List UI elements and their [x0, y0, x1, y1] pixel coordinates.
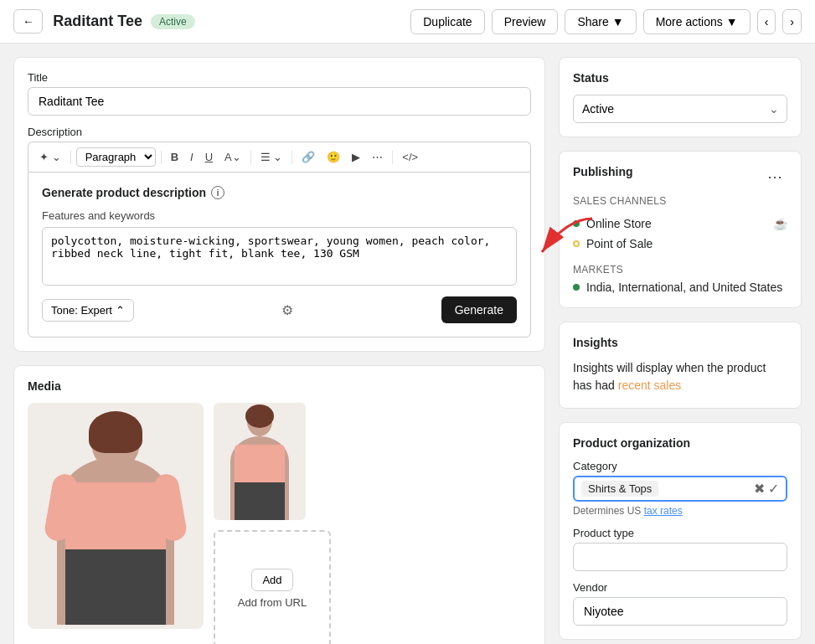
emoji-button[interactable]: 🙂 [322, 148, 344, 166]
insights-text: Insights will display when the product h… [573, 359, 787, 394]
product-organization-card: Product organization Category Shirts & T… [559, 422, 802, 640]
main-product-image [28, 403, 204, 629]
share-button[interactable]: Share ▼ [565, 9, 636, 34]
category-input[interactable]: Shirts & Tops ✖ ✓ [573, 476, 787, 502]
title-description-card: Title Description ✦ ⌄ Paragraph B I U A⌄… [13, 57, 545, 352]
back-arrow-icon: ← [23, 15, 34, 28]
channel-name: Point of Sale [586, 237, 653, 250]
product-type-section: Product type [573, 527, 787, 571]
features-textarea[interactable]: polycotton, moisture-wicking, sportswear… [42, 227, 517, 286]
settings-icon: ⚙ [281, 302, 293, 318]
bold-button[interactable]: B [167, 148, 183, 166]
main-layout: Title Description ✦ ⌄ Paragraph B I U A⌄… [0, 44, 815, 644]
info-icon: i [211, 186, 224, 199]
color-button[interactable]: A⌄ [220, 148, 245, 166]
channel-item-online-store: Online Store ☕ [573, 214, 787, 234]
media-secondary: Add Add from URL [214, 403, 331, 644]
org-title: Product organization [573, 436, 787, 450]
preview-button[interactable]: Preview [492, 9, 559, 34]
divider [392, 151, 393, 164]
description-label: Description [28, 126, 531, 138]
vendor-section: Vendor [573, 581, 787, 626]
add-media-area[interactable]: Add Add from URL [214, 530, 331, 644]
status-title: Status [573, 71, 787, 85]
markets-label: Markets [573, 264, 787, 276]
link-button[interactable]: 🔗 [297, 148, 319, 166]
divider [291, 151, 292, 164]
prev-nav-button[interactable]: ‹ [757, 9, 776, 34]
generate-title: Generate product description i [42, 186, 517, 199]
media-grid: Add Add from URL [28, 403, 531, 644]
next-nav-button[interactable]: › [782, 9, 802, 34]
sales-channels-label: Sales channels [573, 195, 787, 207]
insights-link: recent sales [618, 379, 681, 392]
chevron-up-icon: ⌃ [116, 304, 125, 317]
back-button[interactable]: ← [13, 9, 43, 33]
category-tag: Shirts & Tops [581, 481, 658, 497]
duplicate-button[interactable]: Duplicate [410, 9, 484, 34]
vendor-input[interactable] [573, 597, 787, 626]
status-select-wrapper: Active Draft Archived [573, 95, 787, 123]
product-type-label: Product type [573, 527, 787, 539]
market-item: India, International, and United States [573, 281, 787, 294]
divider [70, 151, 71, 164]
insights-card: Insights Insights will display when the … [559, 322, 802, 409]
left-column: Title Description ✦ ⌄ Paragraph B I U A⌄… [13, 57, 545, 644]
publishing-header: Publishing ⋯ [573, 165, 787, 188]
generate-button[interactable]: Generate [441, 296, 517, 323]
channel-name: Online Store [586, 217, 652, 230]
vendor-label: Vendor [573, 581, 787, 594]
ai-icon-button[interactable]: ✦ ⌄ [35, 148, 65, 166]
header-actions: Duplicate Preview Share ▼ More actions ▼… [410, 9, 802, 34]
more-actions-button[interactable]: More actions ▼ [643, 9, 751, 34]
features-input-container: polycotton, moisture-wicking, sportswear… [42, 227, 517, 288]
tone-button[interactable]: Tone: Expert ⌃ [42, 299, 134, 322]
media-card: Media [13, 365, 545, 644]
title-input[interactable] [28, 87, 531, 116]
media-title: Media [28, 379, 531, 393]
status-card: Status Active Draft Archived [559, 57, 802, 137]
status-select[interactable]: Active Draft Archived [573, 95, 787, 123]
title-label: Title [28, 71, 531, 84]
right-column: Status Active Draft Archived Publishing … [559, 57, 802, 644]
category-section: Category Shirts & Tops ✖ ✓ Determines US… [573, 460, 787, 517]
category-icons: ✖ ✓ [754, 481, 779, 497]
page-title: Raditant Tee [53, 13, 142, 30]
tax-rates-link[interactable]: tax rates [644, 505, 683, 517]
add-button[interactable]: Add [251, 569, 292, 591]
status-badge: Active [151, 14, 195, 29]
channel-item-pos: Point of Sale [573, 234, 787, 254]
paragraph-select[interactable]: Paragraph [76, 147, 156, 167]
channel-settings-icon[interactable]: ☕ [773, 217, 787, 230]
publishing-title: Publishing [573, 165, 633, 178]
chevron-down-icon: ▼ [612, 15, 624, 28]
active-dot-icon [573, 284, 580, 291]
category-label: Category [573, 460, 787, 472]
divider [250, 151, 251, 164]
chevron-down-icon: ▼ [726, 15, 738, 28]
generate-popup: Generate product description i Features … [28, 172, 531, 337]
tax-info: Determines US tax rates [573, 505, 787, 517]
generate-footer: Tone: Expert ⌃ ⚙ Generate [42, 296, 517, 323]
clear-category-button[interactable]: ✖ [754, 481, 765, 497]
publishing-card: Publishing ⋯ Sales channels Online Store… [559, 151, 802, 308]
divider [161, 151, 162, 164]
product-thumbnail [214, 403, 306, 520]
features-label: Features and keywords [42, 209, 517, 222]
more-format-button[interactable]: ⋯ [368, 148, 387, 166]
add-url-label: Add from URL [238, 596, 307, 609]
market-name: India, International, and United States [586, 281, 782, 294]
editor-toolbar: ✦ ⌄ Paragraph B I U A⌄ ☰ ⌄ 🔗 🙂 ▶ ⋯ </> [28, 142, 531, 172]
media-button[interactable]: ▶ [348, 148, 364, 166]
inactive-dot-icon [573, 240, 580, 247]
active-dot-icon [573, 220, 580, 227]
accept-category-button[interactable]: ✓ [768, 481, 779, 497]
insights-title: Insights [573, 336, 787, 349]
underline-button[interactable]: U [201, 148, 217, 166]
code-button[interactable]: </> [398, 148, 422, 166]
italic-button[interactable]: I [186, 148, 198, 166]
publishing-more-button[interactable]: ⋯ [762, 166, 787, 188]
align-button[interactable]: ☰ ⌄ [256, 148, 287, 166]
header: ← Raditant Tee Active Duplicate Preview … [0, 0, 815, 44]
product-type-input[interactable] [573, 543, 787, 571]
